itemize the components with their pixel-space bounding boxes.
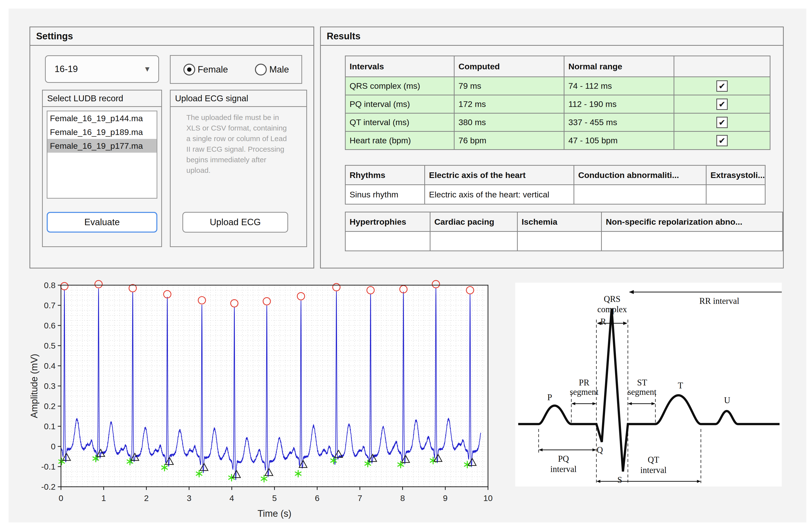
normal-range: 74 - 112 ms <box>564 77 674 95</box>
radio-female-label: Female <box>198 64 228 75</box>
col-header: Rhythms <box>345 166 425 185</box>
normal-checkbox[interactable]: ✔ <box>716 81 728 92</box>
col-header: Normal range <box>564 56 674 77</box>
svg-text:4: 4 <box>229 493 234 503</box>
computed-value: 76 bpm <box>454 131 564 150</box>
q-wave-label: Q <box>597 445 603 455</box>
qrs-complex-label: QRS <box>604 294 621 304</box>
col-header: Electric axis of the heart <box>425 166 574 185</box>
settings-panel: Settings 16-19 ▼ Female Male Select LUDB… <box>29 27 314 269</box>
normal-range: 47 - 105 bpm <box>564 131 674 150</box>
svg-text:0.3: 0.3 <box>44 381 56 391</box>
normal-range: 337 - 455 ms <box>564 113 674 131</box>
r-wave-label: R <box>600 317 606 327</box>
ecg-wave-diagram: QRS complex RR interval R P Q S T U PR s… <box>515 283 782 487</box>
pq-interval-label: interval <box>550 464 577 474</box>
svg-text:2: 2 <box>144 493 149 503</box>
list-item[interactable]: Female_16_19_p189.ma <box>47 125 157 139</box>
cardiac-pacing-value <box>430 232 517 251</box>
upload-ecg-panel-title: Upload ECG signal <box>171 90 306 107</box>
svg-text:0.2: 0.2 <box>44 401 56 411</box>
table-row: Heart rate (bpm) 76 bpm 47 - 105 bpm ✔ <box>345 131 770 150</box>
pr-segment-label: segment <box>570 387 599 397</box>
svg-text:0.7: 0.7 <box>44 301 56 310</box>
measurement-arrows <box>539 290 782 483</box>
results-panel-title: Results <box>321 27 783 46</box>
normal-checkbox[interactable]: ✔ <box>716 117 728 128</box>
ecg-diagram-svg: QRS complex RR interval R P Q S T U PR s… <box>515 283 782 487</box>
svg-text:10: 10 <box>483 493 493 503</box>
normal-range: 112 - 190 ms <box>564 95 674 113</box>
svg-text:1: 1 <box>101 493 106 503</box>
svg-text:0.1: 0.1 <box>44 421 56 431</box>
intervals-table: Intervals Computed Normal range QRS comp… <box>345 56 770 150</box>
radio-male[interactable]: Male <box>255 64 289 75</box>
age-group-dropdown[interactable]: 16-19 ▼ <box>45 55 159 83</box>
table-row: PQ interval (ms) 172 ms 112 - 190 ms ✔ <box>345 95 770 113</box>
select-record-panel: Select LUDB record Female_16_19_p144.ma … <box>42 90 162 247</box>
col-header: Extrasystoli... <box>706 166 765 185</box>
u-wave-label: U <box>724 396 730 405</box>
ischemia-value <box>517 232 601 251</box>
normal-checkbox[interactable]: ✔ <box>716 99 728 110</box>
settings-panel-title: Settings <box>30 27 314 46</box>
record-listbox[interactable]: Female_16_19_p144.ma Female_16_19_p189.m… <box>47 111 157 199</box>
col-header: Conduction abnormaliti... <box>574 166 706 185</box>
svg-text:6: 6 <box>315 493 320 503</box>
table-row: Sinus rhythm Electric axis of the heart:… <box>345 185 765 204</box>
computed-value: 380 ms <box>454 113 564 131</box>
svg-text:0.8: 0.8 <box>44 281 56 290</box>
radio-male-label: Male <box>269 64 289 75</box>
conduction-value <box>574 185 706 204</box>
select-record-panel-title: Select LUDB record <box>43 90 161 107</box>
table-header-row: Intervals Computed Normal range <box>345 56 770 77</box>
list-item[interactable]: Female_16_19_p144.ma <box>47 111 157 125</box>
svg-text:-0.1: -0.1 <box>41 462 56 471</box>
rhythms-table: Rhythms Electric axis of the heart Condu… <box>345 165 766 204</box>
qt-interval-label: interval <box>640 465 667 475</box>
table-header-row: Rhythms Electric axis of the heart Condu… <box>345 166 765 185</box>
svg-text:0: 0 <box>59 493 63 503</box>
col-header <box>674 56 770 77</box>
svg-text:-0.2: -0.2 <box>41 482 56 491</box>
diagram-labels: QRS complex RR interval R P Q S T U PR s… <box>547 294 739 485</box>
axis-value: Electric axis of the heart: vertical <box>425 185 574 204</box>
results-panel: Results Intervals Computed Normal range … <box>320 27 784 269</box>
evaluate-button[interactable]: Evaluate <box>47 212 157 232</box>
interval-label: Heart rate (bpm) <box>345 131 454 150</box>
radio-female[interactable]: Female <box>184 64 228 75</box>
col-header: Ischemia <box>517 212 601 232</box>
svg-text:0.5: 0.5 <box>44 341 56 350</box>
list-item[interactable]: Female_16_19_p177.ma <box>47 139 157 153</box>
svg-text:8: 8 <box>400 493 405 503</box>
findings-table: Hypertrophies Cardiac pacing Ischemia No… <box>345 212 783 251</box>
svg-text:3: 3 <box>187 493 191 503</box>
radio-circle-icon <box>184 64 195 75</box>
rr-interval-label: RR interval <box>699 296 739 306</box>
svg-text:7: 7 <box>358 493 362 503</box>
col-header: Cardiac pacing <box>430 212 517 232</box>
computed-value: 172 ms <box>454 95 564 113</box>
col-header: Hypertrophies <box>345 212 430 232</box>
age-group-dropdown-value: 16-19 <box>55 64 78 74</box>
ecg-plot-svg: 012345678910-0.2-0.100.10.20.30.40.50.60… <box>25 275 504 523</box>
svg-text:9: 9 <box>443 493 448 503</box>
col-header: Non-specific repolarization abno... <box>601 212 783 232</box>
repolarization-value <box>601 232 783 251</box>
rhythm-value: Sinus rhythm <box>345 185 425 204</box>
normal-checkbox[interactable]: ✔ <box>716 135 728 146</box>
upload-ecg-button[interactable]: Upload ECG <box>183 212 288 232</box>
radio-circle-icon <box>255 64 267 75</box>
col-header: Computed <box>454 56 564 77</box>
svg-text:Time (s): Time (s) <box>258 508 292 519</box>
table-row <box>345 232 783 251</box>
svg-text:0.4: 0.4 <box>44 361 56 371</box>
svg-text:Amplitude (mV): Amplitude (mV) <box>29 354 39 418</box>
sex-radio-group: Female Male <box>170 55 302 84</box>
st-segment-label: segment <box>628 387 657 397</box>
table-row: QT interval (ms) 380 ms 337 - 455 ms ✔ <box>345 113 770 131</box>
svg-text:0.6: 0.6 <box>44 321 56 330</box>
ecg-signal-plot: 012345678910-0.2-0.100.10.20.30.40.50.60… <box>25 275 504 523</box>
hypertrophies-value <box>345 232 430 251</box>
qrs-complex-label: complex <box>597 305 627 314</box>
